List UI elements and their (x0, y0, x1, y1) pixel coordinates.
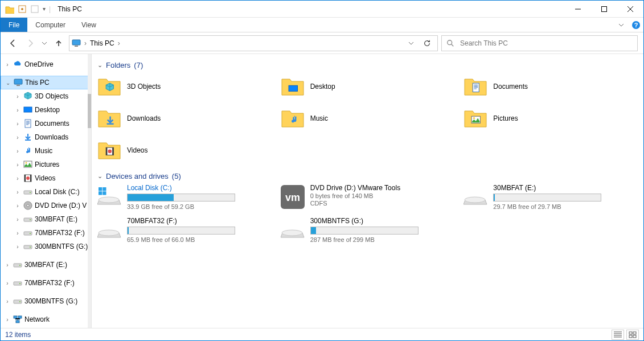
sidebar-item-ext-70mbfat32-f[interactable]: ›70MBFAT32 (F:) (1, 276, 91, 290)
breadcrumb-sep-icon[interactable]: › (117, 39, 121, 47)
expand-icon[interactable]: › (14, 148, 21, 154)
drive-free-text: 29.7 MB free of 29.7 MB (493, 203, 638, 210)
search-input[interactable] (459, 39, 633, 48)
chevron-down-icon[interactable]: ⌄ (97, 172, 102, 180)
sidebar-item-onedrive[interactable]: › OneDrive (1, 57, 91, 71)
expand-icon[interactable]: › (14, 244, 21, 250)
collapse-icon[interactable]: ⌄ (5, 80, 11, 86)
sidebar-item-videos[interactable]: ›Videos (1, 171, 91, 185)
expand-icon[interactable]: › (4, 61, 11, 68)
group-header-drives[interactable]: ⌄ Devices and drives (5) (97, 172, 638, 180)
sidebar-item-30mbfat-e[interactable]: ›30MBFAT (E:) (1, 212, 91, 226)
dvd-icon (23, 201, 32, 210)
sidebar-scrollbar-thumb[interactable] (88, 94, 91, 128)
drive-300mbntfs-g[interactable]: 300MBNTFS (G:) 287 MB free of 299 MB (281, 217, 455, 243)
drive-30mbfat-e[interactable]: 30MBFAT (E:) 29.7 MB free of 29.7 MB (463, 184, 638, 210)
nav-recent-dropdown[interactable] (40, 36, 48, 50)
sidebar-item-downloads[interactable]: ›Downloads (1, 130, 91, 144)
folder-desktop[interactable]: Desktop (281, 73, 455, 100)
sidebar-item-label: OneDrive (24, 60, 54, 68)
folder-label: Videos (127, 146, 147, 154)
expand-icon[interactable]: › (14, 203, 21, 209)
expand-icon[interactable]: › (4, 298, 11, 305)
expand-icon[interactable]: › (14, 121, 21, 127)
nav-forward-button[interactable] (23, 36, 37, 50)
expand-icon[interactable]: › (14, 93, 21, 100)
sidebar-item-label: Downloads (35, 133, 68, 141)
chevron-down-icon[interactable]: ⌄ (97, 61, 102, 69)
search-box[interactable] (441, 35, 638, 51)
ribbon: File Computer View ? (1, 18, 643, 32)
sidebar-item-local-disk-c[interactable]: ›Local Disk (C:) (1, 185, 91, 199)
address-history-dropdown[interactable] (405, 40, 417, 46)
expand-icon[interactable]: › (14, 230, 21, 236)
storage-bar (493, 194, 601, 202)
refresh-button[interactable] (419, 39, 435, 47)
qat-properties-icon[interactable] (18, 5, 27, 14)
cube-icon (23, 92, 32, 101)
drive-70mbfat32-f[interactable]: 70MBFAT32 (F:) 65.9 MB free of 66.0 MB (97, 217, 272, 243)
qat-dropdown-icon[interactable]: ▾ (43, 6, 46, 12)
expand-icon[interactable]: › (14, 134, 21, 141)
view-large-icons-button[interactable] (626, 330, 639, 340)
sidebar-item-ext-30mbfat-e[interactable]: ›30MBFAT (E:) (1, 258, 91, 272)
folder-pictures[interactable]: Pictures (463, 105, 638, 132)
close-button[interactable] (617, 1, 643, 18)
sidebar-item-70mbfat32-f[interactable]: ›70MBFAT32 (F:) (1, 226, 91, 240)
drive-local-disk-c[interactable]: Local Disk (C:) 33.9 GB free of 59.2 GB (97, 184, 272, 210)
folder-3d-objects[interactable]: 3D Objects (97, 73, 272, 100)
folder-label: Music (310, 114, 328, 122)
folder-icon (463, 106, 487, 130)
expand-icon[interactable]: › (14, 216, 21, 223)
address-bar[interactable]: › This PC › (69, 35, 438, 51)
folder-music[interactable]: Music (281, 105, 455, 132)
expand-icon[interactable]: › (14, 162, 21, 168)
sidebar-item-ext-300mbntfs-g[interactable]: ›300MBNTFS (G:) (1, 294, 91, 308)
sidebar-item-pictures[interactable]: ›Pictures (1, 158, 91, 171)
maximize-button[interactable] (591, 1, 617, 18)
expand-icon[interactable]: › (4, 262, 11, 268)
breadcrumb-sep-icon[interactable]: › (83, 39, 88, 47)
sidebar-item-300mbntfs-g[interactable]: ›300MBNTFS (G:) (1, 240, 91, 253)
help-icon[interactable]: ? (629, 18, 643, 32)
tab-file[interactable]: File (1, 18, 27, 32)
expand-icon[interactable]: › (14, 189, 21, 195)
nav-back-button[interactable] (6, 36, 20, 50)
sidebar-item-3d-objects[interactable]: ›3D Objects (1, 89, 91, 103)
folder-videos[interactable]: Videos (97, 137, 272, 164)
group-header-folders[interactable]: ⌄ Folders (7) (97, 61, 638, 69)
storage-bar (127, 227, 235, 235)
hdd-icon (23, 242, 32, 251)
svg-rect-27 (602, 6, 607, 11)
svg-rect-33 (629, 335, 632, 338)
sidebar-item-network[interactable]: ›Network (1, 313, 91, 326)
view-details-button[interactable] (612, 330, 624, 340)
qat-newfolder-icon[interactable] (30, 5, 39, 14)
expand-icon[interactable]: › (4, 317, 11, 323)
sidebar-item-this-pc[interactable]: ⌄ This PC (1, 76, 91, 89)
navigation-pane: › OneDrive ⌄ This PC ›3D Objects ›Deskto… (1, 54, 92, 328)
svg-point-30 (448, 40, 452, 44)
folder-label: Documents (493, 83, 528, 91)
expand-icon[interactable]: › (14, 175, 21, 182)
sidebar-item-label: Local Disk (C:) (35, 188, 80, 196)
app-explorer-icon (5, 5, 14, 14)
nav-up-button[interactable] (52, 36, 65, 50)
sidebar-item-music[interactable]: ›Music (1, 144, 91, 158)
sidebar-item-desktop[interactable]: ›Desktop (1, 103, 91, 117)
ribbon-expand-icon[interactable] (614, 18, 629, 32)
breadcrumb-location[interactable]: This PC (90, 39, 114, 47)
sidebar-item-documents[interactable]: ›Documents (1, 117, 91, 130)
expand-icon[interactable]: › (14, 107, 21, 113)
minimize-button[interactable] (565, 1, 591, 18)
sidebar-item-dvd-drive-d[interactable]: ›DVD Drive (D:) V (1, 199, 91, 212)
folder-documents[interactable]: Documents (463, 73, 638, 100)
cloud-icon (13, 60, 22, 69)
tab-computer[interactable]: Computer (27, 18, 73, 32)
drive-dvd-d[interactable]: DVD Drive (D:) VMware Tools 0 bytes free… (281, 184, 455, 210)
drive-free-text: 33.9 GB free of 59.2 GB (127, 203, 272, 210)
tab-view[interactable]: View (73, 18, 104, 32)
expand-icon[interactable]: › (4, 280, 11, 286)
folder-downloads[interactable]: Downloads (97, 105, 272, 132)
drive-free-text: 287 MB free of 299 MB (310, 236, 455, 243)
